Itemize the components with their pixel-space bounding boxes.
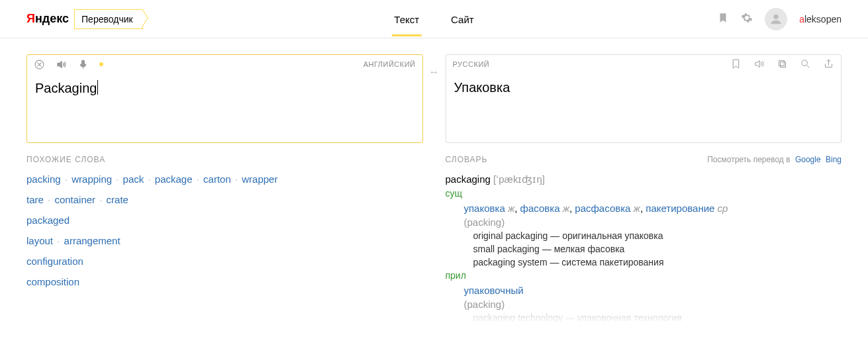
similar-word[interactable]: packing [26,173,61,185]
dict-example: original packaging — оригинальная упаков… [473,230,842,241]
speaker-icon[interactable] [56,59,67,70]
username[interactable]: aleksopen [799,14,842,24]
target-output: Упаковка [446,73,842,102]
external-lookup: Посмотреть перевод в Google Bing [707,155,842,164]
similar-word[interactable]: layout [26,235,53,246]
copy-icon[interactable] [777,58,788,71]
similar-word[interactable]: configuration [26,256,83,267]
source-pane: АНГЛИЙСКИЙ Packaging [26,54,423,143]
similar-word[interactable]: crate [107,194,128,205]
similar-row: packaged [26,215,423,226]
target-lang[interactable]: РУССКИЙ [453,60,490,68]
similar-word[interactable]: composition [26,276,79,287]
bookmark-icon[interactable] [717,12,729,26]
service-name[interactable]: Переводчик [74,9,143,29]
similar-word[interactable]: arrangement [64,235,121,246]
dict-meaning[interactable]: фасовка [520,203,560,214]
similar-word[interactable]: packaged [26,215,70,226]
microphone-icon[interactable] [77,59,89,70]
similar-word[interactable]: container [54,194,95,205]
search-icon[interactable] [800,58,811,71]
lookup-bing[interactable]: Bing [826,155,842,164]
favorite-icon[interactable] [730,58,742,71]
dict-synonym-source: (packing) [464,217,842,228]
tab-site[interactable]: Сайт [448,2,477,36]
target-pane: РУССКИЙ Упаковка [446,54,842,143]
dict-example: packaging system — система пакетирования [473,257,842,267]
dict-example-cut: packaging technology — упаковочная техно… [473,313,842,323]
tab-text[interactable]: Текст [391,2,422,36]
dict-meaning[interactable]: пакетирование [646,203,714,214]
swap-languages-icon[interactable]: ↔ [429,66,440,78]
similar-row: tare · container · crate [26,194,423,205]
lookup-google[interactable]: Google [795,155,821,164]
similar-row: packing · wrapping · pack · package · ca… [26,173,423,185]
similar-word[interactable]: pack [123,173,144,185]
svg-point-4 [802,60,808,66]
similar-row: layout · arrangement [26,235,423,246]
dict-meaning[interactable]: расфасовка [575,203,630,214]
share-icon[interactable] [823,58,834,71]
source-input[interactable]: Packaging [27,73,422,103]
similar-row: composition [26,276,423,287]
svg-rect-3 [779,60,785,66]
auto-detect-dot [99,62,103,66]
dict-headword: packaging [ˈpækɪʤɪŋ] [446,173,842,185]
similar-row: configuration [26,256,423,267]
dict-meaning[interactable]: упаковка [464,203,505,214]
gear-icon[interactable] [741,12,753,26]
pos-noun: сущ [446,188,842,199]
source-lang[interactable]: АНГЛИЙСКИЙ [363,60,416,68]
yandex-logo[interactable]: Яндекс [26,12,69,26]
avatar[interactable] [765,8,787,30]
dict-example: small packaging — мелкая фасовка [473,244,842,254]
similar-word[interactable]: wrapping [72,173,112,185]
similar-word[interactable]: package [155,173,193,185]
clear-icon[interactable] [34,59,45,70]
similar-title: ПОХОЖИЕ СЛОВА [26,155,423,164]
svg-rect-2 [781,62,786,67]
similar-word[interactable]: tare [26,194,44,205]
pos-adj: прил [446,270,842,281]
dict-synonym-source: (packing) [464,299,842,310]
similar-word[interactable]: wrapper [242,173,277,185]
dict-meaning[interactable]: упаковочный [464,285,524,296]
similar-word[interactable]: carton [203,173,231,185]
speaker-icon[interactable] [753,58,765,71]
